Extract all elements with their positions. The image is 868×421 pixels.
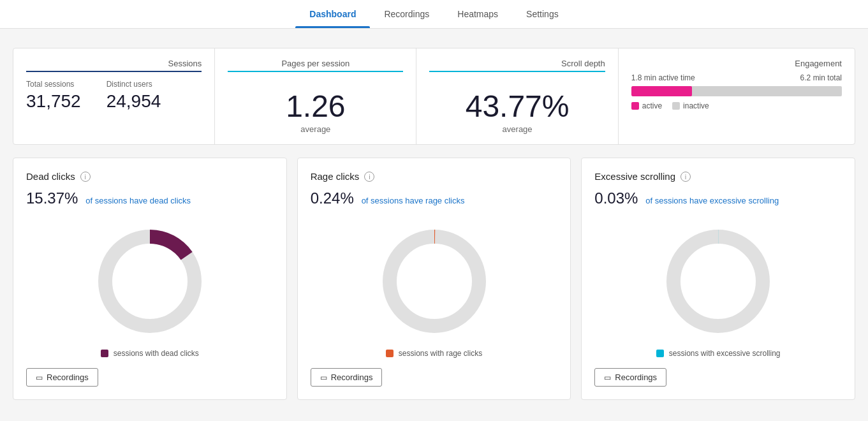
engagement-bar-active — [631, 86, 693, 96]
pages-panel: Pages per session 1.26 average — [215, 48, 416, 144]
top-navigation: Dashboard Recordings Heatmaps Settings — [0, 0, 868, 29]
dead-clicks-donut-container — [26, 224, 274, 339]
total-sessions-block: Total sessions 31,752 — [26, 80, 81, 112]
excessive-scrolling-legend-square — [656, 350, 664, 357]
inactive-legend-item: inactive — [672, 101, 709, 110]
main-content: Sessions Total sessions 31,752 Distinct … — [0, 29, 868, 413]
rage-clicks-stats: 0.24% of sessions have rage clicks — [311, 189, 558, 207]
rage-clicks-legend-label: sessions with rage clicks — [399, 349, 482, 358]
rage-clicks-donut-container — [311, 224, 558, 339]
excessive-scrolling-percent: 0.03% — [594, 189, 638, 207]
sessions-grid: Total sessions 31,752 Distinct users 24,… — [26, 80, 202, 112]
total-sessions-value: 31,752 — [26, 91, 81, 112]
engagement-label: Engagement — [631, 59, 842, 68]
dead-clicks-legend-square — [101, 350, 108, 357]
total-sessions-label: Total sessions — [26, 80, 81, 89]
active-legend-dot — [631, 102, 639, 110]
scroll-sublabel: average — [429, 124, 605, 134]
pages-label: Pages per session — [228, 59, 403, 68]
stats-row: Sessions Total sessions 31,752 Distinct … — [13, 48, 855, 145]
sessions-divider — [26, 71, 202, 72]
engagement-panel: Engagement 1.8 min active time 6.2 min t… — [619, 48, 855, 144]
rage-clicks-donut-svg — [377, 224, 492, 339]
dead-clicks-rec-icon: ▭ — [36, 373, 43, 382]
rage-clicks-recordings-button[interactable]: ▭ Recordings — [311, 368, 383, 387]
excessive-scrolling-desc: of sessions have excessive scrolling — [645, 196, 779, 205]
excessive-scrolling-btn-label: Recordings — [615, 373, 657, 382]
dead-clicks-legend-label: sessions with dead clicks — [114, 349, 199, 358]
nav-item-recordings[interactable]: Recordings — [370, 0, 443, 28]
rage-clicks-rec-icon: ▭ — [320, 373, 327, 382]
engagement-legend: active inactive — [631, 101, 842, 110]
dead-clicks-percent: 15.37% — [26, 189, 78, 207]
excessive-scrolling-stats: 0.03% of sessions have excessive scrolli… — [594, 189, 842, 207]
excessive-scrolling-recordings-button[interactable]: ▭ Recordings — [594, 368, 666, 387]
excessive-scrolling-legend-label: sessions with excessive scrolling — [669, 349, 781, 358]
pages-sublabel: average — [228, 124, 403, 134]
card-dead-clicks: Dead clicks i 15.37% of sessions have de… — [13, 158, 287, 400]
distinct-users-block: Distinct users 24,954 — [107, 80, 161, 112]
excessive-scrolling-info-icon[interactable]: i — [680, 172, 691, 182]
scroll-panel: Scroll depth 43.77% average — [416, 48, 618, 144]
nav-items-list: Dashboard Recordings Heatmaps Settings — [295, 0, 572, 28]
rage-clicks-legend: sessions with rage clicks — [311, 349, 558, 358]
engagement-bar-container — [631, 86, 842, 96]
nav-item-heatmaps[interactable]: Heatmaps — [443, 0, 512, 28]
dead-clicks-btn-label: Recordings — [47, 373, 89, 382]
dead-clicks-legend: sessions with dead clicks — [26, 349, 274, 358]
inactive-legend-dot — [672, 102, 680, 110]
rage-clicks-title: Rage clicks i — [311, 171, 558, 182]
inactive-legend-label: inactive — [683, 101, 709, 110]
sessions-label: Sessions — [26, 59, 202, 68]
rage-clicks-percent: 0.24% — [311, 189, 354, 207]
pages-value: 1.26 — [228, 91, 403, 122]
rage-clicks-btn-label: Recordings — [331, 373, 373, 382]
cards-row: Dead clicks i 15.37% of sessions have de… — [13, 158, 855, 400]
dead-clicks-title: Dead clicks i — [26, 171, 274, 182]
rage-clicks-bottom: ▭ Recordings — [311, 368, 558, 387]
excessive-scrolling-donut-svg — [661, 224, 776, 339]
dead-clicks-stats: 15.37% of sessions have dead clicks — [26, 189, 274, 207]
rage-clicks-desc: of sessions have rage clicks — [362, 196, 465, 205]
dead-clicks-donut-svg — [92, 224, 207, 339]
dead-clicks-bottom: ▭ Recordings — [26, 368, 274, 387]
excessive-scrolling-rec-icon: ▭ — [604, 373, 611, 382]
card-excessive-scrolling: Excessive scrolling i 0.03% of sessions … — [581, 158, 855, 400]
total-time: 6.2 min total — [800, 73, 842, 82]
nav-item-settings[interactable]: Settings — [512, 0, 573, 28]
distinct-users-value: 24,954 — [107, 91, 161, 112]
engagement-times: 1.8 min active time 6.2 min total — [631, 73, 842, 82]
nav-item-dashboard[interactable]: Dashboard — [295, 0, 370, 28]
active-legend-label: active — [642, 101, 662, 110]
excessive-scrolling-bottom: ▭ Recordings — [594, 368, 842, 387]
dead-clicks-desc: of sessions have dead clicks — [85, 196, 191, 205]
excessive-scrolling-legend: sessions with excessive scrolling — [594, 349, 842, 358]
card-rage-clicks: Rage clicks i 0.24% of sessions have rag… — [297, 158, 571, 400]
scroll-value: 43.77% — [429, 91, 605, 122]
active-time: 1.8 min active time — [631, 73, 695, 82]
svg-point-4 — [673, 237, 763, 326]
scroll-label: Scroll depth — [429, 59, 605, 68]
rage-clicks-title-text: Rage clicks — [311, 171, 360, 182]
active-legend-item: active — [631, 101, 662, 110]
excessive-scrolling-donut-container — [594, 224, 842, 339]
distinct-users-label: Distinct users — [107, 80, 161, 89]
dead-clicks-info-icon[interactable]: i — [80, 172, 91, 182]
scroll-divider — [429, 71, 605, 72]
excessive-scrolling-title-text: Excessive scrolling — [594, 171, 675, 182]
svg-point-2 — [390, 237, 479, 326]
excessive-scrolling-title: Excessive scrolling i — [594, 171, 842, 182]
rage-clicks-info-icon[interactable]: i — [364, 172, 374, 182]
dead-clicks-recordings-button[interactable]: ▭ Recordings — [26, 368, 98, 387]
dead-clicks-title-text: Dead clicks — [26, 171, 75, 182]
rage-clicks-legend-square — [386, 350, 394, 357]
pages-divider — [228, 71, 403, 72]
sessions-panel: Sessions Total sessions 31,752 Distinct … — [13, 48, 215, 144]
